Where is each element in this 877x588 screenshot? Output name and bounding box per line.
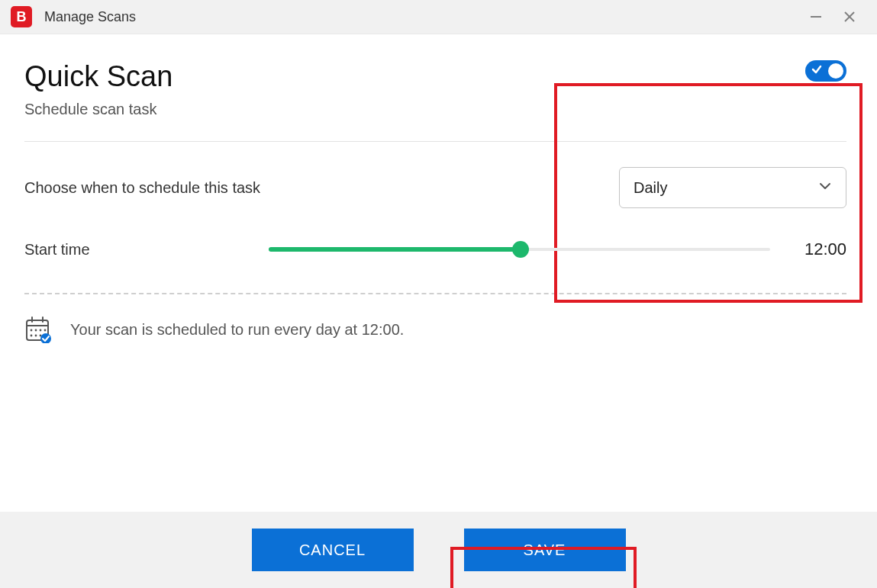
frequency-select[interactable]: Daily (619, 167, 846, 208)
footer: CANCEL SAVE (0, 512, 877, 588)
start-time-row: Start time 12:00 (24, 239, 846, 259)
close-button[interactable] (833, 5, 866, 28)
toggle-knob (828, 63, 843, 79)
minimize-icon (809, 10, 823, 24)
app-letter: B (17, 9, 27, 25)
save-button[interactable]: SAVE (464, 529, 626, 571)
header-text-block: Quick Scan Schedule scan task (24, 60, 172, 118)
start-time-slider[interactable] (269, 246, 770, 252)
svg-point-12 (35, 335, 37, 337)
svg-point-9 (40, 329, 42, 332)
header-row: Quick Scan Schedule scan task (24, 60, 846, 118)
titlebar: B Manage Scans (0, 0, 877, 34)
summary-row: Your scan is scheduled to run every day … (24, 316, 846, 343)
check-icon (811, 64, 822, 78)
summary-text: Your scan is scheduled to run every day … (70, 321, 404, 339)
slider-fill (269, 247, 520, 252)
separator (24, 141, 846, 142)
page-subtitle: Schedule scan task (24, 101, 172, 118)
calendar-scheduled-icon (24, 316, 52, 343)
svg-point-10 (44, 329, 47, 332)
toggle-wrap (805, 60, 846, 82)
frequency-label: Choose when to schedule this task (24, 179, 260, 197)
chevron-down-icon (818, 179, 832, 197)
minimize-button[interactable] (799, 5, 833, 28)
frequency-row: Choose when to schedule this task Daily (24, 166, 846, 209)
frequency-selected-value: Daily (634, 179, 667, 197)
app-icon: B (11, 6, 32, 27)
svg-point-8 (35, 329, 37, 332)
window: B Manage Scans Quick Scan Schedule scan … (0, 0, 877, 588)
svg-point-11 (31, 335, 33, 337)
content: Quick Scan Schedule scan task Choose whe… (0, 34, 877, 512)
close-icon (843, 11, 856, 23)
cancel-button[interactable]: CANCEL (252, 529, 414, 571)
dashed-separator (24, 293, 846, 294)
page-title: Quick Scan (24, 60, 172, 93)
window-title: Manage Scans (44, 9, 136, 25)
start-time-label: Start time (24, 241, 269, 259)
svg-point-7 (31, 329, 33, 332)
svg-point-14 (40, 333, 51, 343)
slider-thumb[interactable] (512, 241, 529, 258)
start-time-value: 12:00 (793, 239, 846, 259)
enable-schedule-toggle[interactable] (805, 60, 846, 82)
